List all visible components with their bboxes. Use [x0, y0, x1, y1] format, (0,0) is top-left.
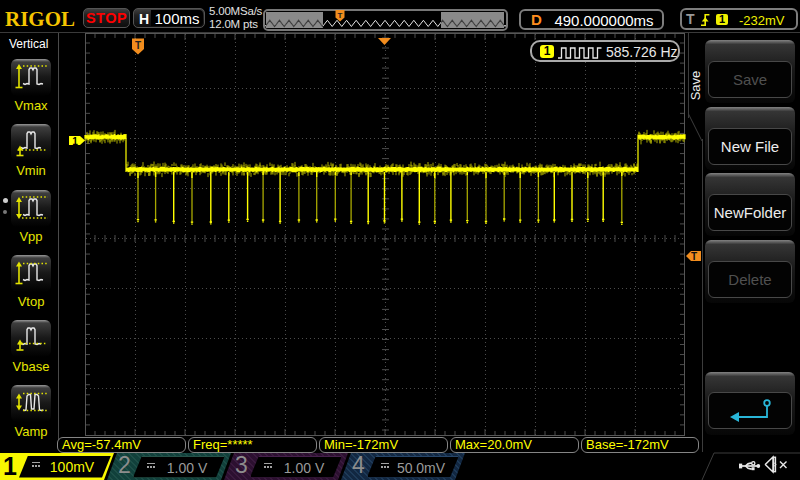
svg-text:1: 1 [72, 136, 78, 147]
svg-text:T: T [691, 251, 697, 262]
svg-text:T: T [135, 40, 141, 51]
